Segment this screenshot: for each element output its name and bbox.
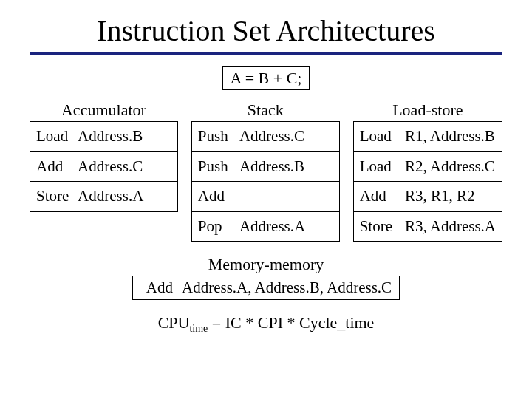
instr-args: R3, Address.A	[405, 217, 496, 235]
instr-op: Add	[36, 154, 75, 180]
instr-row: Store Address.A	[30, 181, 177, 211]
col-title-loadstore: Load-store	[353, 100, 502, 120]
memory-memory-box: Add Address.A, Address.B, Address.C	[132, 276, 400, 300]
instr-op: Push	[198, 154, 236, 180]
instr-row: Load R2, Address.C	[354, 151, 502, 182]
cpu-time-formula: CPUtime = IC * CPI * Cycle_time	[30, 313, 502, 335]
title-rule	[30, 52, 502, 55]
instr-args: Address.C	[78, 157, 143, 175]
instr-op: Load	[360, 124, 401, 149]
formula-lhs-sub: time	[189, 324, 208, 335]
instr-row: Add	[192, 181, 339, 211]
columns: Accumulator Load Address.B Add Address.C…	[30, 100, 502, 242]
instr-args: Address.C	[239, 127, 304, 145]
col-title-stack: Stack	[191, 100, 340, 120]
instr-args: Address.A	[78, 187, 143, 205]
instr-row: Push Address.B	[192, 151, 339, 182]
instr-box-accumulator: Load Address.B Add Address.C Store Addre…	[30, 121, 178, 212]
instr-op: Add	[140, 279, 179, 297]
instr-op: Load	[360, 154, 401, 180]
col-stack: Stack Push Address.C Push Address.B Add …	[191, 100, 340, 242]
instr-op: Add	[198, 184, 236, 209]
slide: Instruction Set Architectures A = B + C;…	[0, 0, 532, 399]
instr-row: Add Address.C	[30, 151, 177, 182]
instr-args: Address.B	[239, 157, 304, 175]
instr-box-loadstore: Load R1, Address.B Load R2, Address.C Ad…	[353, 121, 502, 242]
instr-row: Push Address.C	[192, 122, 339, 151]
instr-op: Load	[36, 124, 75, 149]
instr-args: R2, Address.C	[405, 157, 495, 175]
instr-args: R3, R1, R2	[405, 187, 475, 205]
instr-op: Pop	[198, 214, 236, 239]
col-accumulator: Accumulator Load Address.B Add Address.C…	[30, 100, 178, 242]
col-title-accumulator: Accumulator	[30, 100, 178, 120]
instr-op: Push	[198, 124, 236, 149]
instr-row: Add R3, R1, R2	[354, 181, 502, 211]
instr-args: Address.A, Address.B, Address.C	[182, 279, 392, 296]
instr-args: Address.A	[239, 217, 305, 235]
instr-row: Load Address.B	[30, 122, 177, 151]
instr-row: Load R1, Address.B	[354, 122, 502, 151]
expression-box: A = B + C;	[222, 66, 310, 90]
instr-row: Pop Address.A	[192, 211, 339, 242]
formula-lhs-base: CPU	[158, 313, 190, 332]
instr-op: Add	[360, 184, 401, 209]
instr-row: Store R3, Address.A	[354, 211, 502, 242]
instr-box-stack: Push Address.C Push Address.B Add Pop Ad…	[191, 121, 340, 242]
expression-row: A = B + C;	[30, 66, 502, 90]
instr-args: R1, Address.B	[405, 127, 495, 145]
instr-op: Store	[360, 214, 401, 239]
page-title: Instruction Set Architectures	[30, 13, 502, 48]
instr-args: Address.B	[78, 127, 143, 145]
memory-memory-title: Memory-memory	[30, 255, 502, 274]
formula-rhs: = IC * CPI * Cycle_time	[208, 313, 374, 332]
instr-op: Store	[36, 184, 75, 209]
col-loadstore: Load-store Load R1, Address.B Load R2, A…	[353, 100, 502, 242]
memory-memory-block: Memory-memory Add Address.A, Address.B, …	[30, 255, 502, 300]
